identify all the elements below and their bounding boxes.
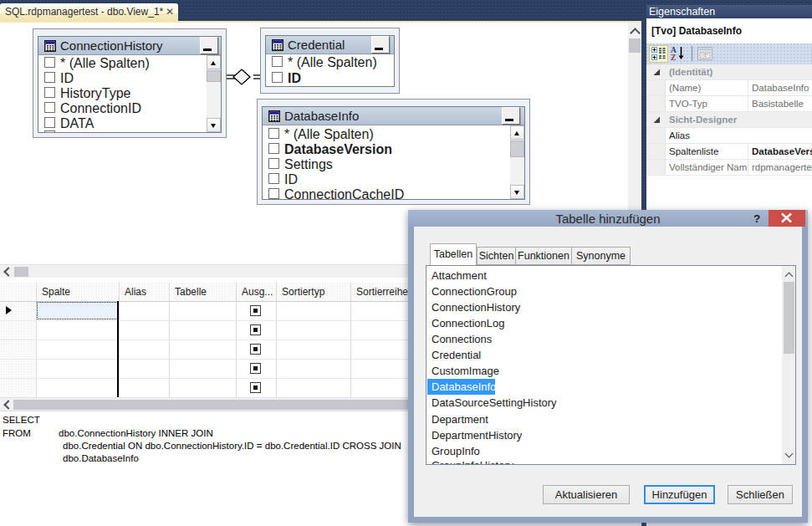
svg-text:Z: Z: [671, 54, 676, 61]
